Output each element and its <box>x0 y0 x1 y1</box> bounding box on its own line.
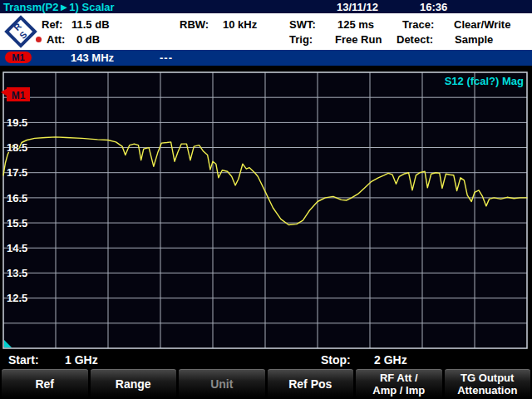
trace-label: Trace: <box>402 18 434 31</box>
rohde-schwarz-logo: R S <box>4 15 37 48</box>
y-axis-label: 14.5 <box>7 242 37 254</box>
softkey-rf-att-amp-imp[interactable]: RF Att / Amp / Imp <box>356 369 442 398</box>
swt-value: 125 ms <box>337 18 374 31</box>
trace-value: Clear/Write <box>454 18 510 31</box>
settings-header: R S Ref: 11.5 dB RBW: 10 kHz SWT: 125 ms… <box>0 13 532 50</box>
softkey-ref-pos[interactable]: Ref Pos <box>268 369 354 398</box>
marker-readout-bar: M1 143 MHz --- <box>0 50 532 66</box>
rbw-value: 10 kHz <box>223 18 257 31</box>
att-indicator-dot-icon <box>36 37 42 42</box>
start-value: 1 GHz <box>65 353 98 367</box>
softkey-range[interactable]: Range <box>91 369 177 398</box>
marker-value: --- <box>160 52 173 64</box>
swt-label: SWT: <box>289 18 316 31</box>
att-value: 0 dB <box>76 33 100 46</box>
softkey-bar: Ref Range Unit Ref Pos RF Att / Amp / Im… <box>0 369 532 399</box>
marker-m1-badge: M1 <box>5 52 32 63</box>
trace-math-label: S12 (fcal?) Mag <box>445 75 524 87</box>
detect-label: Detect: <box>397 33 433 46</box>
date-display: 13/11/12 <box>337 1 378 13</box>
frequency-range-bar: Start: 1 GHz Stop: 2 GHz <box>0 351 532 368</box>
rbw-label: RBW: <box>180 18 209 31</box>
y-axis-label: 19.5 <box>7 116 37 129</box>
trig-label: Trig: <box>289 33 313 46</box>
ref-value: 11.5 dB <box>71 18 110 31</box>
y-axis-label: 15.5 <box>7 217 37 229</box>
softkey-unit[interactable]: Unit <box>179 369 265 398</box>
softkey-ref[interactable]: Ref <box>2 369 88 398</box>
y-axis-label: 13.5 <box>7 267 37 279</box>
trig-value: Free Run <box>335 33 382 46</box>
time-display: 16:36 <box>420 1 447 13</box>
title-bar: Transm(P2►1) Scalar 13/11/12 16:36 <box>0 0 532 13</box>
y-axis-label: 18.5 <box>7 141 37 154</box>
att-label: Att: <box>47 33 65 46</box>
stop-value: 2 GHz <box>374 353 407 367</box>
instrument-screen: Transm(P2►1) Scalar 13/11/12 16:36 R S R… <box>0 0 532 399</box>
start-label: Start: <box>8 353 39 367</box>
y-axis-label: 16.5 <box>7 192 37 204</box>
softkey-tg-output-attenuation[interactable]: TG Output Attenuation <box>445 369 531 398</box>
measurement-mode-title: Transm(P2►1) Scalar <box>3 1 115 13</box>
marker-m1-graph-badge-label: M1 <box>12 90 26 101</box>
trace-display-area: M1 S12 (fcal?) Mag 19.5 18.5 17.5 16.5 1… <box>0 66 532 353</box>
y-axis-label: 12.5 <box>7 292 37 304</box>
detect-value: Sample <box>455 33 493 46</box>
marker-frequency: 143 MHz <box>71 52 114 64</box>
trace-plot: M1 S12 (fcal?) Mag <box>0 66 532 353</box>
y-axis-label: 17.5 <box>7 166 37 179</box>
stop-label: Stop: <box>321 353 351 367</box>
ref-label: Ref: <box>42 18 62 31</box>
